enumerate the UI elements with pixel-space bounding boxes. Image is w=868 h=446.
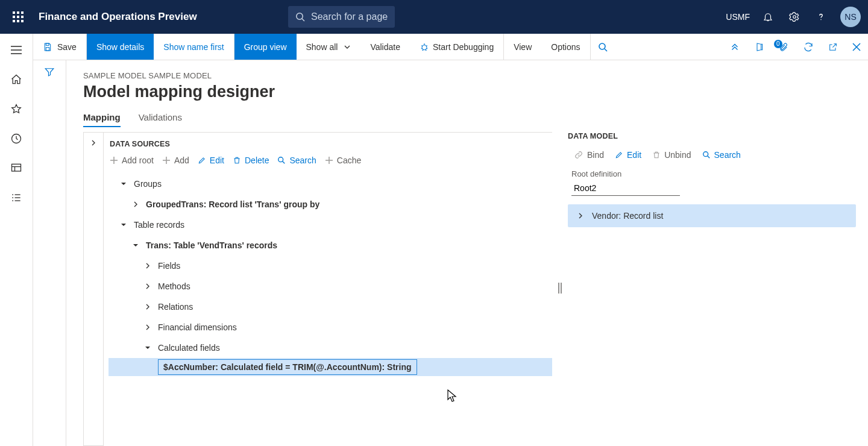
data-model-toolbar: Bind Edit Unbind Search [568, 140, 856, 166]
chevron-down-icon [344, 43, 351, 51]
svg-rect-1 [17, 11, 19, 14]
expand-icon [576, 213, 585, 219]
svg-rect-0 [13, 11, 15, 14]
tree-node-trans[interactable]: Trans: Table 'VendTrans' records [108, 235, 552, 256]
tree-node-groups[interactable]: Groups [108, 174, 552, 194]
personalize-button[interactable] [722, 34, 747, 60]
tree-node-fields[interactable]: Fields [108, 256, 552, 276]
start-debugging-label: Start Debugging [433, 42, 494, 52]
user-avatar[interactable]: NS [840, 7, 861, 27]
bell-icon[interactable] [757, 6, 779, 28]
svg-rect-26 [46, 43, 49, 45]
delete-label: Delete [245, 155, 269, 165]
modules-icon[interactable] [3, 184, 30, 211]
edit-label: Edit [210, 155, 224, 165]
search-button[interactable]: Search [277, 155, 316, 165]
tab-validations[interactable]: Validations [139, 112, 182, 127]
popout-button[interactable] [821, 34, 845, 60]
help-icon[interactable] [810, 6, 832, 28]
data-model-title: DATA MODEL [568, 132, 856, 140]
search-placeholder: Search for a page [311, 11, 388, 22]
svg-line-44 [707, 156, 709, 159]
unbind-label: Unbind [664, 150, 691, 160]
collapse-icon [119, 222, 128, 228]
dm-edit-button[interactable]: Edit [615, 150, 641, 160]
add-root-button[interactable]: Add root [110, 155, 154, 165]
home-icon[interactable] [3, 66, 30, 93]
tree-node-methods[interactable]: Methods [108, 276, 552, 297]
svg-line-10 [302, 19, 304, 21]
add-label: Add [174, 155, 189, 165]
group-view-button[interactable]: Group view [234, 34, 297, 60]
expand-icon [131, 201, 140, 207]
save-label: Save [57, 42, 77, 52]
save-button[interactable]: Save [33, 34, 87, 60]
waffle-icon[interactable] [7, 6, 29, 28]
svg-rect-5 [21, 16, 24, 18]
dm-search-button[interactable]: Search [702, 150, 741, 160]
collapse-icon [119, 181, 128, 187]
global-search[interactable]: Search for a page [288, 6, 395, 28]
refresh-button[interactable] [796, 34, 821, 60]
svg-point-11 [793, 16, 796, 19]
svg-rect-4 [17, 16, 19, 18]
action-bar: Save Show details Show name first Group … [33, 34, 868, 60]
tab-mapping[interactable]: Mapping [83, 112, 121, 127]
show-details-button[interactable]: Show details [87, 34, 154, 60]
svg-point-9 [297, 13, 303, 19]
data-sources-title: DATA SOURCES [104, 133, 552, 154]
find-button[interactable] [591, 34, 615, 60]
svg-point-29 [599, 43, 605, 49]
search-label: Search [289, 155, 316, 165]
hamburger-icon[interactable] [3, 36, 30, 63]
open-office-icon[interactable] [747, 34, 772, 60]
show-all-dropdown[interactable]: Show all [297, 34, 361, 60]
close-button[interactable] [845, 34, 868, 60]
filter-pane-toggle[interactable] [33, 60, 66, 446]
attachments-count: 0 [774, 40, 782, 48]
app-title: Finance and Operations Preview [39, 11, 197, 23]
svg-point-37 [278, 157, 283, 162]
show-name-first-button[interactable]: Show name first [154, 34, 234, 60]
view-menu[interactable]: View [504, 34, 541, 60]
expand-icon [143, 304, 152, 310]
data-source-types-toggle[interactable] [83, 132, 104, 446]
cache-label: Cache [337, 155, 361, 165]
svg-rect-7 [17, 20, 19, 22]
edit-button[interactable]: Edit [198, 155, 224, 165]
data-sources-tree: Groups GroupedTrans: Record list 'Trans'… [104, 171, 552, 376]
start-debugging-button[interactable]: Start Debugging [410, 34, 504, 60]
expand-icon [143, 263, 152, 269]
root-definition-input[interactable] [571, 181, 680, 196]
tree-node-table-records[interactable]: Table records [108, 215, 552, 235]
star-icon[interactable] [3, 95, 30, 122]
svg-rect-17 [12, 164, 21, 171]
validate-button[interactable]: Validate [360, 34, 410, 60]
page-title: Model mapping designer [83, 83, 868, 101]
cache-button[interactable]: Cache [325, 155, 361, 165]
unbind-button[interactable]: Unbind [652, 150, 691, 160]
company-code[interactable]: USMF [726, 12, 750, 22]
gear-icon[interactable] [784, 6, 805, 28]
svg-rect-2 [21, 11, 24, 14]
data-sources-toolbar: Add root Add Edit [104, 154, 552, 171]
svg-line-38 [283, 162, 285, 164]
tree-node-calculated-fields[interactable]: Calculated fields [108, 338, 552, 358]
recent-icon[interactable] [3, 125, 30, 152]
breadcrumb: SAMPLE MODEL SAMPLE MODEL [83, 71, 868, 80]
workspace-icon[interactable] [3, 154, 30, 181]
delete-button[interactable]: Delete [233, 155, 269, 165]
attachments-button[interactable]: 0 [772, 34, 796, 60]
svg-point-28 [422, 45, 427, 49]
add-button[interactable]: Add [162, 155, 189, 165]
tree-node-acc-number[interactable]: $AccNumber: Calculated field = TRIM(@.Ac… [108, 358, 552, 376]
options-menu[interactable]: Options [541, 34, 590, 60]
splitter-handle[interactable] [552, 132, 568, 446]
root-definition-label: Root definition [568, 169, 856, 178]
dm-tree-node-vendor[interactable]: Vendor: Record list [568, 204, 856, 227]
bind-button[interactable]: Bind [574, 150, 604, 160]
tree-node-financial-dimensions[interactable]: Financial dimensions [108, 317, 552, 338]
add-root-label: Add root [122, 155, 154, 165]
tree-node-relations[interactable]: Relations [108, 297, 552, 317]
tree-node-grouped-trans[interactable]: GroupedTrans: Record list 'Trans' group … [108, 194, 552, 215]
